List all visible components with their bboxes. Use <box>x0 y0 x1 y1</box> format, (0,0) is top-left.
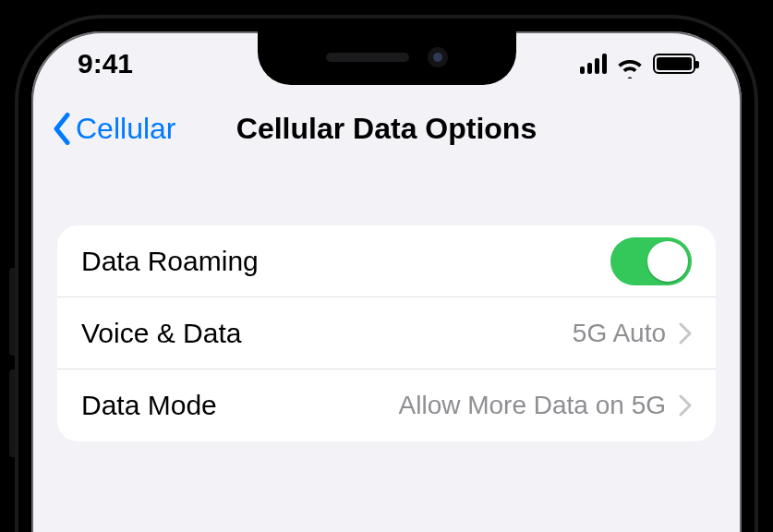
chevron-left-icon <box>52 112 72 145</box>
settings-group: Data Roaming Voice & Data 5G Auto Data M… <box>57 225 716 441</box>
row-data-roaming[interactable]: Data Roaming <box>57 225 716 297</box>
wifi-icon <box>616 54 644 74</box>
chevron-right-icon <box>679 394 692 417</box>
row-data-mode[interactable]: Data Mode Allow More Data on 5G <box>57 369 716 441</box>
chevron-right-icon <box>679 322 692 345</box>
row-value: 5G Auto <box>573 319 666 348</box>
cellular-signal-icon <box>580 54 607 74</box>
phone-frame: 9:41 Cellular <box>18 18 755 532</box>
data-roaming-toggle[interactable] <box>610 237 692 285</box>
front-camera <box>428 47 448 67</box>
volume-down-button <box>9 369 18 457</box>
status-indicators <box>580 54 695 74</box>
row-label: Data Roaming <box>81 246 610 277</box>
toggle-knob <box>647 241 688 282</box>
row-label: Voice & Data <box>81 318 573 349</box>
nav-bar: Cellular Cellular Data Options <box>31 96 742 161</box>
row-value: Allow More Data on 5G <box>399 391 666 420</box>
battery-icon <box>653 54 695 74</box>
back-label: Cellular <box>76 112 175 146</box>
notch <box>258 30 516 85</box>
row-label: Data Mode <box>81 390 399 421</box>
row-voice-data[interactable]: Voice & Data 5G Auto <box>57 297 716 369</box>
volume-up-button <box>9 268 18 356</box>
speaker-grill <box>326 53 409 62</box>
status-time: 9:41 <box>78 48 133 79</box>
back-button[interactable]: Cellular <box>52 112 175 146</box>
page-title: Cellular Data Options <box>236 112 537 146</box>
